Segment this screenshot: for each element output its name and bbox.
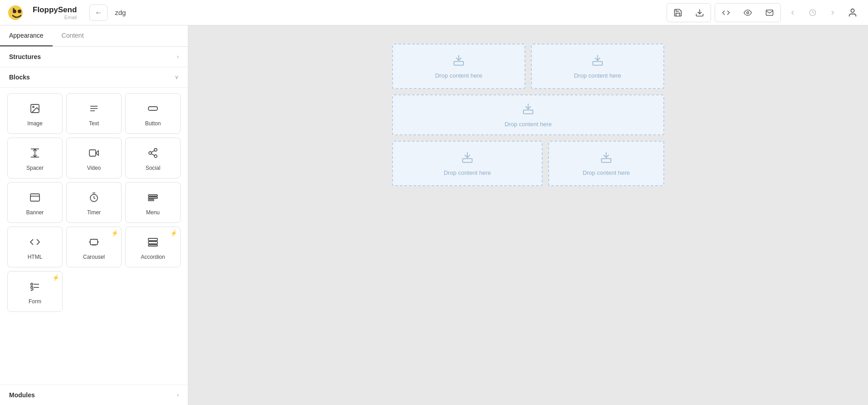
svg-line-23	[152, 151, 155, 153]
history-button[interactable]	[804, 5, 821, 21]
carousel-lightning: ⚡	[111, 230, 118, 237]
redo-button[interactable]	[824, 5, 841, 21]
block-timer-label: Timer	[87, 209, 101, 216]
drop-icon-1-2	[591, 54, 604, 69]
block-spacer[interactable]: Spacer	[7, 138, 63, 178]
sidebar-tabs: Appearance Content	[0, 25, 188, 47]
back-button[interactable]: ←	[89, 5, 108, 21]
drop-text-2-1: Drop content here	[505, 121, 552, 128]
block-banner[interactable]: Banner	[7, 182, 63, 223]
svg-point-9	[33, 106, 34, 108]
svg-rect-48	[601, 158, 611, 162]
block-carousel[interactable]: ⚡ Carousel	[66, 227, 122, 267]
logo-icon	[7, 4, 29, 22]
form-lightning: ⚡	[52, 274, 59, 281]
svg-rect-40	[31, 283, 33, 285]
svg-rect-37	[148, 238, 157, 241]
code-button[interactable]	[716, 5, 736, 21]
block-video-label: Video	[87, 165, 101, 171]
user-button[interactable]	[844, 5, 861, 21]
drop-icon-3-1	[461, 151, 474, 167]
block-timer[interactable]: Timer	[66, 182, 122, 223]
block-html-label: HTML	[28, 254, 43, 260]
modules-label: Modules	[9, 391, 35, 399]
drop-row-3: Drop content here Drop content here	[392, 141, 664, 186]
block-accordion-label: Accordion	[141, 254, 165, 260]
svg-rect-42	[31, 286, 33, 288]
block-social[interactable]: Social	[125, 138, 181, 178]
structures-label: Structures	[9, 53, 41, 60]
svg-rect-13	[148, 107, 157, 110]
block-spacer-label: Spacer	[26, 165, 44, 171]
drop-text-3-2: Drop content here	[583, 169, 630, 176]
svg-rect-17	[89, 150, 96, 156]
social-icon	[147, 148, 158, 161]
structures-arrow: ›	[177, 54, 179, 60]
block-video[interactable]: Video	[66, 138, 122, 178]
svg-line-22	[152, 154, 155, 156]
drop-text-3-1: Drop content here	[444, 169, 491, 176]
drop-zone-1-2[interactable]: Drop content here	[531, 44, 664, 89]
svg-rect-39	[148, 245, 157, 246]
drop-zone-3-2[interactable]: Drop content here	[548, 141, 664, 186]
svg-point-20	[149, 152, 152, 154]
blocks-header[interactable]: Blocks ∨	[0, 67, 188, 88]
drop-zone-3-1[interactable]: Drop content here	[392, 141, 543, 186]
timer-icon	[88, 192, 99, 206]
menu-icon	[147, 192, 158, 206]
structures-section[interactable]: Structures ›	[0, 47, 188, 67]
download-button[interactable]	[690, 5, 710, 21]
undo-button[interactable]	[785, 5, 801, 21]
svg-point-2	[18, 10, 21, 13]
block-form[interactable]: ⚡ Form	[7, 271, 63, 312]
block-text-label: Text	[89, 120, 99, 127]
block-carousel-label: Carousel	[83, 254, 105, 260]
main-layout: Appearance Content Structures › Blocks ∨	[0, 25, 868, 405]
blocks-grid: Image Text	[0, 88, 188, 317]
button-icon	[147, 103, 158, 117]
drop-text-1-1: Drop content here	[435, 72, 482, 79]
svg-rect-31	[90, 239, 98, 245]
view-group	[715, 3, 781, 22]
blocks-label: Blocks	[9, 74, 30, 81]
modules-arrow: ›	[177, 392, 179, 398]
block-text[interactable]: Text	[66, 93, 122, 134]
form-icon	[29, 281, 40, 295]
accordion-lightning: ⚡	[170, 230, 177, 237]
blocks-section: Blocks ∨ Image	[0, 67, 188, 385]
drop-zone-1-1[interactable]: Drop content here	[392, 44, 525, 89]
svg-point-1	[13, 10, 16, 13]
block-accordion[interactable]: ⚡ Accordion	[125, 227, 181, 267]
send-button[interactable]	[760, 5, 780, 21]
block-social-label: Social	[146, 165, 161, 171]
svg-point-21	[154, 155, 157, 158]
svg-rect-30	[148, 199, 154, 201]
svg-rect-24	[30, 194, 39, 201]
drop-icon-3-2	[600, 151, 613, 167]
preview-button[interactable]	[738, 5, 758, 21]
svg-rect-46	[524, 110, 533, 114]
modules-section[interactable]: Modules ›	[0, 385, 188, 405]
block-banner-label: Banner	[26, 209, 44, 216]
canvas-inner: Drop content here Drop content here	[392, 44, 664, 186]
spacer-icon	[29, 148, 40, 161]
carousel-icon	[88, 237, 99, 250]
svg-rect-45	[593, 61, 603, 65]
tab-appearance[interactable]: Appearance	[0, 25, 53, 46]
accordion-icon	[147, 237, 158, 250]
block-html[interactable]: HTML	[7, 227, 63, 267]
save-button[interactable]	[668, 5, 688, 21]
block-menu-label: Menu	[146, 209, 160, 216]
drop-row-2: Drop content here	[392, 94, 664, 135]
tab-content[interactable]: Content	[53, 25, 93, 46]
svg-point-19	[154, 148, 157, 151]
text-icon	[88, 103, 99, 117]
drop-zone-2-1[interactable]: Drop content here	[392, 94, 664, 135]
html-icon	[29, 237, 40, 250]
block-menu[interactable]: Menu	[125, 182, 181, 223]
block-image[interactable]: Image	[7, 93, 63, 134]
drop-text-1-2: Drop content here	[574, 72, 621, 79]
drop-icon-1-1	[452, 54, 465, 69]
block-button[interactable]: Button	[125, 93, 181, 134]
banner-icon	[29, 192, 40, 206]
